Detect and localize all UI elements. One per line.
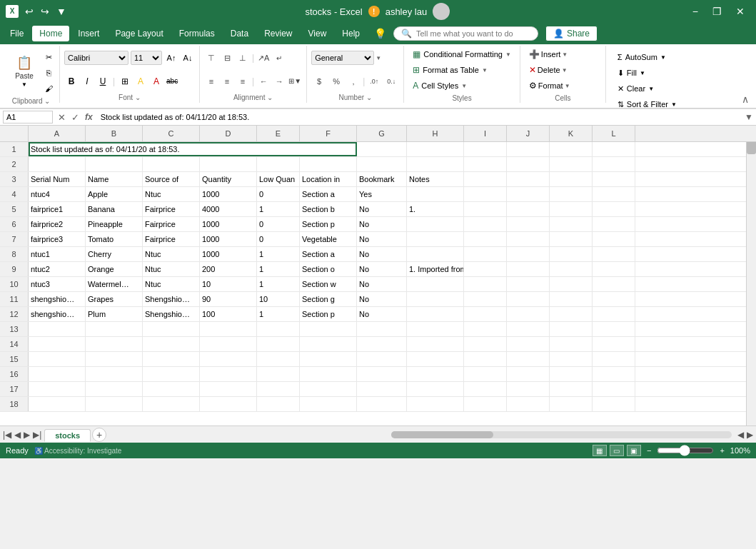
- list-item[interactable]: [550, 397, 593, 411]
- list-item[interactable]: [550, 292, 593, 306]
- undo-button[interactable]: ↩: [23, 4, 36, 19]
- list-item[interactable]: [86, 157, 143, 171]
- list-item[interactable]: [507, 397, 550, 411]
- row-number[interactable]: 8: [0, 247, 29, 261]
- sheet-nav-prev[interactable]: ◀: [14, 430, 21, 440]
- list-item[interactable]: [407, 232, 464, 246]
- font-family-select[interactable]: Calibri: [64, 51, 128, 65]
- decrease-indent-button[interactable]: ←: [256, 75, 271, 88]
- list-item[interactable]: 0: [257, 217, 300, 231]
- list-item[interactable]: [464, 337, 507, 351]
- list-item[interactable]: [357, 142, 407, 156]
- formula-expand-button[interactable]: ▼: [745, 112, 753, 122]
- list-item[interactable]: [593, 322, 635, 336]
- copy-button[interactable]: ⎘: [43, 66, 55, 80]
- font-size-select[interactable]: 11: [131, 51, 162, 65]
- row-number[interactable]: 3: [0, 172, 29, 186]
- increase-font-button[interactable]: A↑: [164, 51, 178, 65]
- menu-page-layout[interactable]: Page Layout: [108, 26, 170, 41]
- conditional-formatting-button[interactable]: ▦ Conditional Formatting ▼: [408, 47, 515, 61]
- list-item[interactable]: Ntuc: [143, 277, 200, 291]
- list-item[interactable]: Section p: [300, 217, 357, 231]
- list-item[interactable]: [143, 367, 200, 381]
- list-item[interactable]: [357, 367, 407, 381]
- list-item[interactable]: 1: [257, 247, 300, 261]
- list-item[interactable]: [507, 382, 550, 396]
- list-item[interactable]: [407, 142, 464, 156]
- list-item[interactable]: [464, 157, 507, 171]
- list-item[interactable]: Grapes: [86, 292, 143, 306]
- list-item[interactable]: [507, 217, 550, 231]
- list-item[interactable]: [507, 157, 550, 171]
- list-item[interactable]: Ntuc: [143, 187, 200, 201]
- list-item[interactable]: [407, 292, 464, 306]
- menu-view[interactable]: View: [301, 26, 334, 41]
- list-item[interactable]: shengshio…: [29, 307, 86, 321]
- list-item[interactable]: [86, 382, 143, 396]
- ribbon-collapse-button[interactable]: ∧: [737, 92, 753, 106]
- paste-button[interactable]: 📋 Paste ▼: [7, 53, 41, 90]
- list-item[interactable]: Apple: [86, 187, 143, 201]
- increase-indent-button[interactable]: →: [272, 75, 286, 88]
- currency-button[interactable]: $: [311, 75, 327, 88]
- list-item[interactable]: [464, 187, 507, 201]
- sheet-nav-next[interactable]: ▶: [24, 430, 30, 440]
- list-item[interactable]: Yes: [357, 187, 407, 201]
- list-item[interactable]: Fairprice: [143, 202, 200, 216]
- clear-button[interactable]: ✕ Clear ▼: [615, 81, 688, 96]
- format-cells-button[interactable]: ⚙ Format ▼: [525, 79, 601, 93]
- col-header-k[interactable]: K: [550, 126, 593, 141]
- list-item[interactable]: [507, 292, 550, 306]
- list-item[interactable]: [507, 322, 550, 336]
- list-item[interactable]: Shengshio…: [143, 292, 200, 306]
- col-header-g[interactable]: G: [357, 126, 407, 141]
- list-item[interactable]: [257, 382, 300, 396]
- col-header-h[interactable]: H: [407, 126, 464, 141]
- list-item[interactable]: [143, 157, 200, 171]
- list-item[interactable]: [300, 382, 357, 396]
- list-item[interactable]: [593, 217, 635, 231]
- list-item[interactable]: [29, 397, 86, 411]
- list-item[interactable]: [86, 397, 143, 411]
- sheet-tab-stocks[interactable]: stocks: [44, 429, 91, 442]
- list-item[interactable]: 0: [257, 187, 300, 201]
- list-item[interactable]: [257, 322, 300, 336]
- list-item[interactable]: 200: [200, 262, 257, 276]
- italic-button[interactable]: I: [80, 74, 94, 89]
- vertical-scrollbar[interactable]: [746, 126, 756, 425]
- list-item[interactable]: [550, 352, 593, 366]
- list-item[interactable]: [550, 367, 593, 381]
- row-number[interactable]: 13: [0, 322, 29, 336]
- list-item[interactable]: [29, 337, 86, 351]
- row-number[interactable]: 2: [0, 157, 29, 171]
- list-item[interactable]: [593, 367, 635, 381]
- list-item[interactable]: [464, 142, 507, 156]
- list-item[interactable]: 1. Imported from India: [407, 262, 464, 276]
- row-number[interactable]: 16: [0, 367, 29, 381]
- list-item[interactable]: Section a: [300, 247, 357, 261]
- list-item[interactable]: [200, 382, 257, 396]
- list-item[interactable]: [257, 397, 300, 411]
- list-item[interactable]: [550, 337, 593, 351]
- list-item[interactable]: [593, 232, 635, 246]
- col-header-f[interactable]: F: [300, 126, 357, 141]
- list-item[interactable]: [464, 292, 507, 306]
- font-color-button[interactable]: A: [149, 74, 163, 89]
- list-item[interactable]: [550, 142, 593, 156]
- list-item[interactable]: [257, 157, 300, 171]
- tell-me-input[interactable]: [416, 29, 530, 38]
- list-item[interactable]: [407, 367, 464, 381]
- list-item[interactable]: [464, 172, 507, 186]
- list-item[interactable]: Quantity: [200, 172, 257, 186]
- menu-file[interactable]: File: [3, 26, 31, 41]
- list-item[interactable]: [507, 232, 550, 246]
- list-item[interactable]: [29, 367, 86, 381]
- select-all-button[interactable]: [0, 126, 29, 141]
- list-item[interactable]: 4000: [200, 202, 257, 216]
- customize-quick-access[interactable]: ▼: [54, 4, 69, 19]
- row-number[interactable]: 4: [0, 187, 29, 201]
- row-number[interactable]: 10: [0, 277, 29, 291]
- menu-formulas[interactable]: Formulas: [172, 26, 222, 41]
- insert-function-button[interactable]: fx: [83, 112, 95, 123]
- h-scrollbar-thumb[interactable]: [391, 431, 493, 438]
